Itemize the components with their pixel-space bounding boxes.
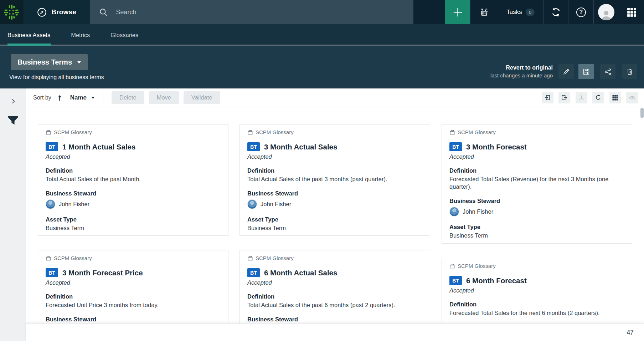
asset-title-link[interactable]: 6 Month Forecast xyxy=(466,276,527,285)
chevron-right-icon xyxy=(10,98,17,105)
last-changes-text: last changes a minute ago xyxy=(490,72,553,78)
glossary-link[interactable]: SCPM Glossary xyxy=(46,129,221,135)
data-basket-button[interactable] xyxy=(470,0,498,24)
hierarchy-tree-icon xyxy=(578,94,585,101)
add-asset-button[interactable] xyxy=(445,0,470,24)
asset-title-link[interactable]: 6 Month Actual Sales xyxy=(264,269,337,277)
delete-view-button[interactable] xyxy=(622,64,637,79)
plus-icon xyxy=(452,7,463,18)
filter-funnel-icon xyxy=(7,115,19,127)
refresh-icon xyxy=(595,94,602,101)
asset-card[interactable]: SCPM Glossary BT 1 Month Actual Sales Ac… xyxy=(38,124,228,236)
asset-card[interactable]: SCPM Glossary BT 3 Month Actual Sales Ac… xyxy=(239,124,430,236)
status-text: Accepted xyxy=(46,279,221,286)
status-text: Accepted xyxy=(247,153,422,160)
user-avatar-button[interactable] xyxy=(593,0,619,24)
sort-direction-button[interactable] xyxy=(57,94,62,101)
steward-name-link[interactable]: John Fisher xyxy=(463,208,493,215)
glossary-link[interactable]: SCPM Glossary xyxy=(247,129,422,135)
move-button[interactable]: Move xyxy=(149,91,179,104)
glossary-link[interactable]: SCPM Glossary xyxy=(46,255,221,261)
status-text: Accepted xyxy=(247,279,422,286)
business-term-badge: BT xyxy=(46,142,58,151)
app-logo[interactable] xyxy=(0,0,24,24)
asset-title-link[interactable]: 3 Month Forecast xyxy=(466,143,527,151)
validate-button[interactable]: Validate xyxy=(184,91,220,104)
definition-label: Definition xyxy=(46,167,221,174)
definition-text: Total Actual Sales of the past 3 months … xyxy=(247,175,422,183)
steward-avatar xyxy=(46,199,55,209)
definition-label: Definition xyxy=(449,167,624,174)
steward-name-link[interactable]: John Fisher xyxy=(59,201,89,208)
glossary-name: SCPM Glossary xyxy=(256,255,294,261)
revert-to-original-link[interactable]: Revert to original xyxy=(490,64,553,72)
search-bar xyxy=(90,0,413,24)
share-icon xyxy=(604,68,612,76)
filter-button[interactable] xyxy=(0,113,26,128)
app-window: Browse Tasks xyxy=(0,0,644,341)
search-input[interactable] xyxy=(116,9,387,16)
vertical-scrollbar[interactable] xyxy=(640,108,644,118)
business-term-badge: BT xyxy=(449,276,462,285)
save-icon xyxy=(582,68,590,76)
asset-card[interactable]: SCPM Glossary BT 3 Month Forecast Accept… xyxy=(442,124,632,244)
tab-business-assets[interactable]: Business Assets xyxy=(7,32,50,39)
share-view-button[interactable] xyxy=(600,64,615,79)
steward-label: Business Steward xyxy=(247,190,422,197)
refresh-button[interactable] xyxy=(592,92,604,103)
save-view-button[interactable] xyxy=(578,64,594,79)
hierarchy-view-button[interactable] xyxy=(576,92,587,103)
glossary-link[interactable]: SCPM Glossary xyxy=(247,255,422,261)
tasks-button[interactable]: Tasks 0 xyxy=(498,0,543,24)
sort-field-dropdown[interactable]: Name xyxy=(70,94,95,101)
tab-metrics[interactable]: Metrics xyxy=(71,32,90,39)
delete-button[interactable]: Delete xyxy=(112,91,144,104)
definition-label: Definition xyxy=(449,301,624,308)
glossary-icon xyxy=(247,129,253,135)
sync-status-button[interactable] xyxy=(543,0,568,24)
section-tabbar: Business Assets Metrics Glossaries xyxy=(0,24,644,46)
steward-label: Business Steward xyxy=(247,316,422,323)
card-grid: SCPM Glossary BT 1 Month Actual Sales Ac… xyxy=(26,107,644,341)
view-selector-button[interactable]: Business Terms xyxy=(11,54,88,70)
asset-title-link[interactable]: 1 Month Actual Sales xyxy=(62,143,135,151)
collibra-logo-icon xyxy=(4,5,19,20)
grid-view-button[interactable] xyxy=(609,92,621,103)
steward-name-link[interactable]: John Fisher xyxy=(261,201,291,208)
expand-sidebar-button[interactable] xyxy=(0,93,26,109)
top-navigation-bar: Browse Tasks xyxy=(0,0,644,24)
browse-button[interactable]: Browse xyxy=(24,0,90,24)
trash-icon xyxy=(626,68,634,76)
definition-text: Total Actual Sales of the past 6 months … xyxy=(247,301,422,309)
import-button[interactable] xyxy=(542,92,553,103)
sort-field-value: Name xyxy=(70,94,87,101)
glossary-link[interactable]: SCPM Glossary xyxy=(449,129,624,135)
apps-grid-icon xyxy=(627,7,637,17)
basket-icon xyxy=(479,7,489,17)
export-icon xyxy=(561,94,568,101)
steward-avatar xyxy=(247,199,257,209)
nav-spacer xyxy=(413,0,445,24)
definition-text: Total Actual Sales of the past Month. xyxy=(46,175,221,183)
toolbar-divider xyxy=(103,91,103,104)
edit-view-button[interactable] xyxy=(558,64,574,79)
tab-glossaries[interactable]: Glossaries xyxy=(110,32,138,39)
asset-title-link[interactable]: 3 Month Forecast Price xyxy=(62,269,143,277)
help-button[interactable]: ? xyxy=(568,0,593,24)
glossary-icon xyxy=(449,263,455,269)
tasks-label: Tasks xyxy=(506,9,522,16)
preview-button[interactable] xyxy=(626,92,638,103)
apps-grid-button[interactable] xyxy=(619,0,644,24)
asset-type-label: Asset Type xyxy=(449,224,624,230)
arrow-up-icon xyxy=(57,94,62,101)
view-subtitle: View for displaying all business terms xyxy=(9,74,104,81)
asset-type-value: Business Term xyxy=(247,224,422,232)
export-button[interactable] xyxy=(558,92,570,103)
glossary-link[interactable]: SCPM Glossary xyxy=(449,263,624,269)
sync-icon xyxy=(551,7,561,17)
asset-type-label: Asset Type xyxy=(46,216,221,223)
asset-title-link[interactable]: 3 Month Actual Sales xyxy=(264,143,337,151)
glossary-name: SCPM Glossary xyxy=(54,129,92,135)
business-term-badge: BT xyxy=(449,142,462,151)
definition-label: Definition xyxy=(46,293,221,300)
